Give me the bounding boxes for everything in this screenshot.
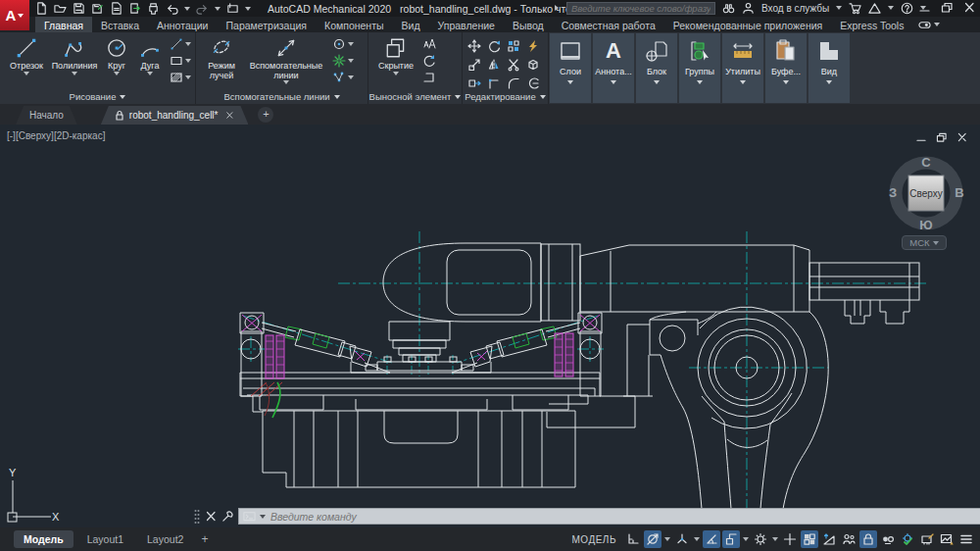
sign-in-dropdown[interactable] — [836, 6, 842, 10]
tile-groups[interactable]: Группы — [679, 33, 720, 103]
new-file-tab-button[interactable]: + — [258, 107, 273, 123]
recent-commands-icon[interactable] — [242, 510, 257, 523]
object-snap-toggle[interactable] — [722, 530, 740, 548]
panel-modify-footer[interactable]: Редактирование — [463, 91, 548, 103]
redo-dropdown[interactable] — [215, 7, 220, 11]
rectangle-icon[interactable] — [170, 54, 183, 68]
ucs-selector-button[interactable]: МСК — [902, 235, 947, 250]
stretch-icon[interactable] — [467, 76, 481, 90]
tab-featured-apps[interactable]: Рекомендованные приложения — [664, 17, 832, 32]
tab-annotate[interactable]: Аннотации — [148, 17, 218, 32]
layout-tab-layout1[interactable]: Layout1 — [77, 530, 133, 548]
ribbon-state-icon[interactable] — [918, 19, 931, 31]
new-drawing-icon[interactable] — [35, 2, 48, 15]
tab-express-tools[interactable]: Express Tools — [831, 17, 912, 32]
close-icon[interactable] — [963, 2, 976, 13]
tab-manage[interactable]: Управление — [429, 17, 504, 32]
tile-utilities[interactable]: Утилиты — [722, 33, 763, 103]
annotation-visibility-toggle[interactable] — [840, 530, 858, 548]
offset-icon[interactable] — [526, 76, 540, 90]
customization-menu-button[interactable] — [957, 530, 975, 548]
selection-cycling-toggle[interactable] — [801, 530, 818, 548]
sheet-set-icon[interactable] — [110, 2, 122, 15]
object-snap-dropdown[interactable] — [743, 537, 749, 541]
sign-in-icon[interactable] — [742, 2, 755, 15]
doc-minimize-icon[interactable] — [915, 132, 927, 142]
detail-rotate-icon[interactable] — [422, 54, 436, 68]
power-erase-icon[interactable] — [526, 39, 540, 53]
help-icon[interactable] — [901, 2, 913, 15]
corner-icon[interactable] — [487, 76, 501, 90]
drawing-canvas[interactable]: X Y [-][Сверху][2D-каркас] С В Ю З Сверх… — [0, 125, 980, 527]
panel-draw-footer[interactable]: Рисование — [0, 91, 195, 103]
line-button[interactable]: Отрезок — [4, 35, 49, 75]
viewport-controls-label[interactable]: [-][Сверху][2D-каркас] — [7, 130, 105, 141]
search-icon[interactable] — [722, 2, 735, 15]
tile-block[interactable]: Блок — [636, 33, 677, 103]
line-flyout-icon[interactable] — [170, 37, 183, 51]
mirror-icon[interactable] — [487, 58, 501, 72]
rotate-icon[interactable] — [487, 39, 501, 53]
snap-dropdown[interactable] — [664, 537, 670, 541]
help-search-input[interactable] — [566, 2, 715, 15]
viewcube-north[interactable]: С — [921, 155, 931, 170]
isodraft-dropdown[interactable] — [694, 537, 700, 541]
hide-button[interactable]: Скрытие — [372, 35, 419, 75]
autodesk-app-icon[interactable] — [868, 2, 881, 15]
application-menu-button[interactable]: A — [0, 0, 29, 30]
app-store-icon[interactable] — [849, 2, 861, 15]
doc-close-icon[interactable] — [956, 132, 968, 142]
circle-button[interactable]: Круг — [100, 35, 133, 75]
sign-in-label[interactable]: Вход в службы — [761, 3, 829, 14]
snap-toggle[interactable] — [644, 530, 662, 548]
save-icon[interactable] — [73, 2, 85, 15]
minimize-icon[interactable] — [918, 2, 931, 13]
dynamic-input-toggle[interactable] — [781, 530, 799, 548]
scale-icon[interactable] — [467, 58, 481, 72]
close-file-icon[interactable] — [225, 111, 234, 120]
ribbon-state-dropdown[interactable] — [934, 23, 940, 26]
tab-output[interactable]: Вывод — [504, 17, 553, 32]
file-tab-start[interactable]: Начало — [16, 106, 77, 125]
grid-toggle[interactable] — [624, 530, 642, 548]
tab-view[interactable]: Вид — [393, 17, 429, 32]
ray-mode-button[interactable]: Режим лучей — [200, 35, 243, 80]
polar-tracking-toggle[interactable] — [703, 530, 720, 548]
polyline-button[interactable]: Полилиния — [49, 35, 100, 75]
command-close-icon[interactable] — [205, 510, 218, 523]
search-expand-icon[interactable] — [555, 5, 559, 11]
box-icon[interactable] — [526, 58, 540, 72]
command-input[interactable] — [269, 510, 977, 524]
point-scatter-icon[interactable] — [332, 71, 346, 84]
redo-icon[interactable] — [196, 2, 209, 15]
panel-detail-footer[interactable]: Выносной элемент — [368, 91, 462, 103]
layout-tab-model[interactable]: Модель — [14, 530, 74, 548]
recent-commands-dropdown[interactable] — [260, 515, 266, 519]
tab-collaborate[interactable]: Совместная работа — [553, 17, 664, 32]
isolate-objects-button[interactable] — [879, 530, 897, 548]
command-input-bar[interactable] — [238, 508, 980, 525]
arc-button[interactable]: Дуга — [133, 35, 167, 75]
rename-icon[interactable] — [226, 2, 239, 15]
tile-annotation[interactable]: AАннота... — [593, 33, 634, 103]
export-icon[interactable] — [128, 2, 141, 15]
file-tab-drawing[interactable]: robot_handling_cell* — [101, 106, 249, 125]
restore-icon[interactable] — [941, 2, 954, 13]
new-layout-button[interactable]: + — [201, 532, 208, 546]
model-space-label[interactable]: МОДЕЛЬ — [572, 534, 616, 545]
viewcube[interactable]: С В Ю З Сверху — [885, 150, 967, 232]
layout-tab-layout2[interactable]: Layout2 — [137, 530, 193, 548]
tab-parametric[interactable]: Параметризация — [218, 17, 317, 32]
tile-view[interactable]: Вид — [808, 33, 850, 103]
ui-lock-toggle[interactable] — [859, 530, 877, 548]
undo-icon[interactable] — [166, 2, 178, 15]
move-icon[interactable] — [467, 39, 481, 53]
viewcube-east[interactable]: В — [955, 185, 963, 200]
construction-lines-button[interactable]: Вспомогательные линии — [243, 35, 329, 84]
viewcube-south[interactable]: Ю — [919, 218, 932, 232]
workspace-switching-button[interactable] — [899, 530, 916, 548]
snap-settings-dropdown[interactable] — [772, 537, 778, 541]
autodesk-app-dropdown[interactable] — [888, 6, 894, 10]
hardware-acceleration-button[interactable] — [918, 530, 936, 548]
trim-icon[interactable] — [507, 58, 520, 72]
